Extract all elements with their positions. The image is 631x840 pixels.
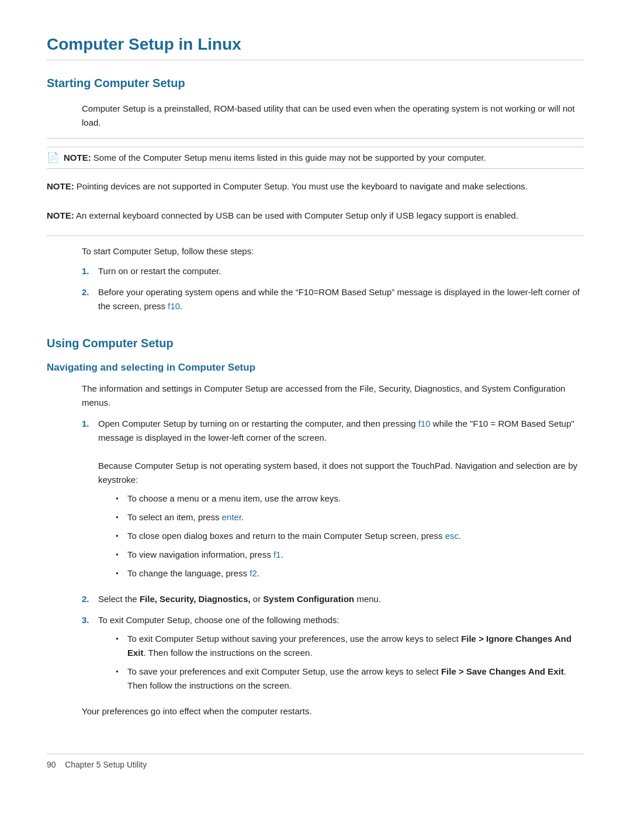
bullet-5: ● To change the language, press f2. (116, 566, 584, 580)
exit-bullet-1-text: To exit Computer Setup without saving yo… (127, 632, 584, 660)
note-icon: 📄 (47, 151, 59, 164)
exit-bullets: ● To exit Computer Setup without saving … (116, 632, 584, 693)
bullet-2-text: To select an item, press enter. (127, 510, 244, 524)
note-1-label: NOTE: (64, 153, 91, 163)
nav-step-1-num: 1. (82, 417, 98, 431)
note-3-label: NOTE: (47, 210, 74, 220)
nav-step-3-content: To exit Computer Setup, choose one of th… (98, 613, 584, 697)
bullet-1-text: To choose a menu or a menu item, use the… (127, 492, 341, 506)
note-2-label: NOTE: (47, 181, 74, 191)
starting-steps: 1. Turn on or restart the computer. 2. B… (82, 264, 584, 313)
bullet-dot-2: ● (116, 514, 127, 521)
nav-step-1-content: Open Computer Setup by turning on or res… (98, 417, 584, 585)
steps-intro: To start Computer Setup, follow these st… (82, 244, 584, 258)
bullet-4: ● To view navigation information, press … (116, 548, 584, 562)
nav-step-3-text: To exit Computer Setup, choose one of th… (98, 615, 339, 625)
bullet-4-text: To view navigation information, press f1… (127, 548, 283, 562)
note-1-text: Some of the Computer Setup menu items li… (93, 153, 486, 163)
f1-link[interactable]: f1 (273, 549, 281, 559)
note-2-text: Pointing devices are not supported in Co… (77, 181, 528, 191)
nav-step-2-text: Select the File, Security, Diagnostics, … (98, 592, 381, 606)
note-1: 📄 NOTE: Some of the Computer Setup menu … (47, 147, 584, 169)
nav-step-2: 2. Select the File, Security, Diagnostic… (82, 592, 584, 606)
esc-link[interactable]: esc (445, 531, 459, 541)
footer-page: 90 (47, 760, 56, 769)
bullet-1: ● To choose a menu or a menu item, use t… (116, 492, 584, 506)
f2-link[interactable]: f2 (249, 568, 257, 578)
enter-link[interactable]: enter (222, 512, 241, 522)
nav-step-3-num: 3. (82, 613, 98, 627)
closing-text: Your preferences go into effect when the… (82, 704, 584, 718)
exit-bullet-dot-1: ● (116, 635, 127, 643)
footer: 90 Chapter 5 Setup Utility (47, 753, 584, 769)
bullet-dot-3: ● (116, 533, 127, 540)
starting-section: Starting Computer Setup Computer Setup i… (47, 77, 584, 313)
note-3: NOTE: An external keyboard connected by … (47, 204, 584, 227)
nav-step-1-subpara: Because Computer Setup is not operating … (98, 461, 577, 485)
page-title: Computer Setup in Linux (47, 35, 584, 60)
nav-bullets: ● To choose a menu or a menu item, use t… (116, 492, 584, 580)
nav-step-1-text: Open Computer Setup by turning on or res… (98, 419, 574, 443)
step-2-text: Before your operating system opens and w… (98, 285, 584, 313)
starting-section-title: Starting Computer Setup (47, 77, 584, 94)
bullet-dot-1: ● (116, 495, 127, 503)
step-2-num: 2. (82, 285, 98, 299)
navigating-subsection: Navigating and selecting in Computer Set… (47, 362, 584, 718)
nav-step-1: 1. Open Computer Setup by turning on or … (82, 417, 584, 585)
bullet-dot-5: ● (116, 570, 127, 578)
navigating-intro: The information and settings in Computer… (82, 382, 584, 410)
bullet-3: ● To close open dialog boxes and return … (116, 529, 584, 543)
exit-bullet-1: ● To exit Computer Setup without saving … (116, 632, 584, 660)
using-section-title: Using Computer Setup (47, 337, 584, 354)
f10-link-1[interactable]: f10 (168, 301, 180, 311)
step-1-num: 1. (82, 264, 98, 278)
exit-bullet-dot-2: ● (116, 668, 127, 676)
starting-step-2: 2. Before your operating system opens an… (82, 285, 584, 313)
starting-intro: Computer Setup is a preinstalled, ROM-ba… (82, 102, 584, 130)
f10-link-2[interactable]: f10 (418, 419, 431, 428)
bullet-dot-4: ● (116, 551, 127, 559)
note-2: NOTE: Pointing devices are not supported… (47, 175, 584, 198)
navigating-title: Navigating and selecting in Computer Set… (47, 362, 584, 374)
using-section: Using Computer Setup Navigating and sele… (47, 337, 584, 718)
bullet-5-text: To change the language, press f2. (127, 566, 259, 580)
bullet-2: ● To select an item, press enter. (116, 510, 584, 524)
step-1-text: Turn on or restart the computer. (98, 264, 221, 278)
note-3-text: An external keyboard connected by USB ca… (76, 210, 518, 220)
navigating-steps: 1. Open Computer Setup by turning on or … (82, 417, 584, 697)
bullet-3-text: To close open dialog boxes and return to… (127, 529, 461, 543)
nav-step-2-num: 2. (82, 592, 98, 606)
nav-step-3: 3. To exit Computer Setup, choose one of… (82, 613, 584, 697)
footer-chapter: Chapter 5 Setup Utility (65, 760, 147, 769)
starting-step-1: 1. Turn on or restart the computer. (82, 264, 584, 278)
exit-bullet-2: ● To save your preferences and exit Comp… (116, 665, 584, 693)
exit-bullet-2-text: To save your preferences and exit Comput… (127, 665, 584, 693)
